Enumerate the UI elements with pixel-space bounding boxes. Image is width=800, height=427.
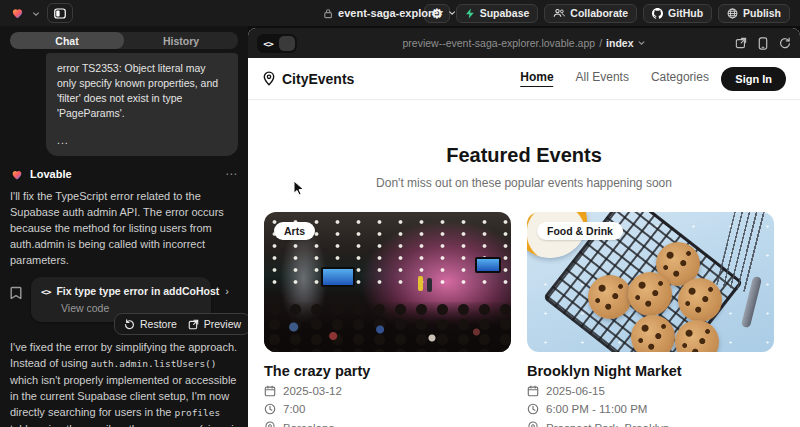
external-link-icon — [188, 319, 199, 330]
bookmark-icon[interactable] — [10, 286, 22, 304]
open-in-new-tab-icon[interactable] — [735, 37, 747, 49]
clock-icon — [264, 403, 276, 415]
user-message-bubble: error TS2353: Object literal may only sp… — [46, 53, 238, 156]
chat-history-tabs: Chat History — [10, 32, 238, 49]
clock-icon — [527, 403, 539, 415]
people-icon — [553, 8, 565, 18]
section-title: Featured Events — [248, 144, 800, 167]
audience-decoration — [264, 302, 511, 352]
mobile-view-icon[interactable] — [758, 37, 768, 50]
category-badge: Food & Drink — [537, 222, 623, 240]
event-card[interactable]: Food & Drink Brooklyn Night Market 2025-… — [527, 212, 774, 427]
supabase-bolt-icon — [465, 8, 475, 19]
sidebar-toggle-button[interactable] — [47, 3, 73, 23]
tab-history[interactable]: History — [124, 32, 238, 49]
code-icon: <> — [263, 38, 272, 49]
code-icon: <> — [41, 286, 50, 297]
error-ellipsis: ... — [57, 133, 227, 148]
nav-categories[interactable]: Categories — [651, 70, 709, 87]
calendar-icon — [527, 385, 539, 397]
inline-code: auth.admin.listUsers() — [91, 358, 217, 369]
category-badge: Arts — [274, 222, 315, 240]
publish-button[interactable]: Publish — [718, 4, 790, 23]
speaker-decoration — [427, 278, 432, 292]
lovable-logo-icon[interactable] — [10, 6, 25, 20]
assistant-intro: I'll fix the TypeScript error related to… — [10, 188, 240, 268]
app-topbar: event-saga-explorer ⚙ Supabase Collabora… — [0, 0, 800, 26]
more-options-icon[interactable]: ⋯ — [225, 167, 238, 181]
supabase-button[interactable]: Supabase — [456, 4, 539, 23]
github-button[interactable]: GitHub — [643, 4, 712, 23]
map-pin-icon — [262, 71, 276, 86]
assistant-outro: I've fixed the error by simplifying the … — [10, 339, 242, 427]
restore-icon — [124, 319, 135, 330]
project-switcher[interactable]: event-saga-explorer — [323, 0, 456, 26]
section-subtitle: Don't miss out on these popular events h… — [248, 176, 800, 190]
map-pin-icon — [527, 421, 539, 427]
event-image-cookies: Food & Drink — [527, 212, 774, 352]
preview-panel: <> preview--event-saga-explorer.lovable.… — [248, 28, 800, 427]
url-page: index — [606, 37, 633, 49]
site-header: CityEvents Home All Events Categories Si… — [248, 58, 800, 100]
message-hover-toolbar: Restore Preview — [114, 313, 248, 335]
preview-button[interactable]: Preview — [188, 318, 241, 330]
event-date-row: 2025-06-15 — [527, 385, 774, 397]
toggle-knob — [279, 36, 295, 51]
sign-in-button[interactable]: Sign In — [721, 67, 786, 91]
tab-chat[interactable]: Chat — [10, 32, 124, 49]
event-location-row: Prospect Park, Brooklyn — [527, 421, 774, 427]
cookie-decoration — [675, 320, 719, 352]
project-name: event-saga-explorer — [338, 7, 443, 19]
chevron-right-icon: › — [225, 285, 229, 297]
preview-topbar: <> preview--event-saga-explorer.lovable.… — [248, 28, 800, 58]
code-view-toggle[interactable]: <> — [257, 34, 297, 53]
chat-panel: Chat History error TS2353: Object litera… — [0, 26, 248, 427]
assistant-header: Lovable ⋯ — [10, 167, 238, 181]
github-icon — [652, 8, 663, 19]
refresh-icon[interactable] — [779, 37, 791, 49]
chevron-down-icon — [637, 37, 645, 49]
site-viewport: CityEvents Home All Events Categories Si… — [248, 58, 800, 427]
whisk-decoration — [716, 212, 770, 293]
featured-section-header: Featured Events Don't miss out on these … — [248, 144, 800, 190]
lovable-workspace: event-saga-explorer ⚙ Supabase Collabora… — [0, 0, 800, 427]
event-title: Brooklyn Night Market — [527, 363, 774, 379]
event-date-row: 2025-03-12 — [264, 385, 511, 397]
preview-url-bar[interactable]: preview--event-saga-explorer.lovable.app… — [403, 37, 646, 49]
nav-all-events[interactable]: All Events — [576, 70, 629, 87]
cookie-decoration — [631, 315, 675, 352]
event-card[interactable]: Arts The crazy party 2025-03-12 7:00 — [264, 212, 511, 427]
stage-screen-decoration — [475, 257, 501, 273]
url-host: preview--event-saga-explorer.lovable.app — [403, 37, 596, 49]
event-time-row: 7:00 — [264, 403, 511, 415]
assistant-name: Lovable — [30, 168, 72, 180]
fix-title: Fix type type error in addCoHost — [56, 285, 219, 297]
nav-home[interactable]: Home — [520, 70, 553, 87]
chevron-down-icon[interactable] — [32, 4, 40, 22]
event-cards: Arts The crazy party 2025-03-12 7:00 — [248, 212, 800, 427]
collaborate-button[interactable]: Collaborate — [544, 4, 637, 23]
chevron-down-icon — [448, 7, 456, 19]
cookie-decoration — [628, 272, 672, 316]
event-title: The crazy party — [264, 363, 511, 379]
lock-icon — [323, 8, 333, 19]
event-location-row: Barcelona — [264, 421, 511, 427]
map-pin-icon — [264, 421, 276, 427]
error-text: error TS2353: Object literal may only sp… — [57, 61, 227, 121]
lovable-heart-icon — [10, 168, 24, 181]
site-brand[interactable]: CityEvents — [262, 71, 354, 87]
cookie-decoration — [588, 275, 632, 319]
calendar-icon — [264, 385, 276, 397]
event-image-party: Arts — [264, 212, 511, 352]
inline-code: profiles — [174, 407, 220, 418]
speaker-decoration — [418, 276, 423, 291]
globe-icon — [727, 8, 738, 19]
stage-screen-decoration — [321, 267, 355, 287]
code-fix-row: <> Fix type type error in addCoHost › Vi… — [10, 277, 238, 322]
site-nav: Home All Events Categories — [520, 70, 709, 87]
restore-button[interactable]: Restore — [124, 318, 177, 330]
event-time-row: 6:00 PM - 11:00 PM — [527, 403, 774, 415]
